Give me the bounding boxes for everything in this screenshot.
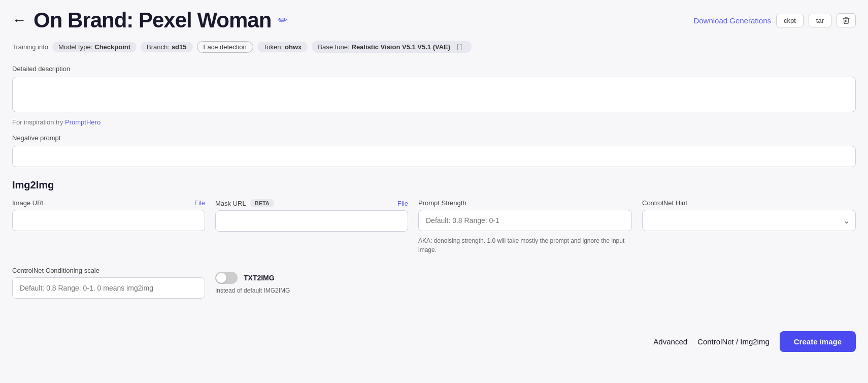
mask-url-label-left: Mask URL BETA: [215, 199, 274, 207]
detailed-description-section: Detailed description For inspiration try…: [12, 65, 856, 126]
txt2img-toggle[interactable]: [215, 272, 238, 284]
controlnet-scale-label: ControlNet Conditioning scale: [12, 267, 205, 274]
footer: Advanced ControlNet / Img2img Create ima…: [0, 319, 868, 360]
image-url-label: Image URL: [12, 199, 46, 207]
back-button[interactable]: ←: [12, 13, 26, 27]
detailed-description-label: Detailed description: [12, 65, 856, 73]
header: ← On Brand: Pexel Woman ✏ Download Gener…: [0, 0, 868, 38]
page-container: ← On Brand: Pexel Woman ✏ Download Gener…: [0, 0, 868, 383]
header-right: Download Generations ckpt tar: [693, 13, 856, 27]
ckpt-button[interactable]: ckpt: [776, 14, 804, 27]
tar-button[interactable]: tar: [809, 14, 831, 27]
branch-value: sd15: [172, 43, 187, 51]
image-url-label-row: Image URL File: [12, 199, 205, 207]
mask-url-file-link[interactable]: File: [397, 200, 408, 207]
token-value: ohwx: [285, 43, 302, 51]
main-content: Detailed description For inspiration try…: [0, 65, 868, 311]
edit-icon[interactable]: ✏: [278, 14, 287, 27]
header-left: ← On Brand: Pexel Woman ✏: [12, 8, 287, 33]
delete-button[interactable]: [837, 13, 856, 27]
prompt-hero-link[interactable]: PromptHero: [65, 118, 101, 126]
txt2img-hint: Instead of default IMG2IMG: [215, 287, 290, 294]
controlnet-img2img-link[interactable]: ControlNet / Img2img: [697, 337, 770, 346]
controlnet-scale-group: ControlNet Conditioning scale: [12, 267, 205, 299]
beta-badge: BETA: [250, 199, 274, 207]
advanced-link[interactable]: Advanced: [653, 337, 687, 346]
token-label: Token:: [263, 43, 283, 51]
controlnet-hint-wrapper: ⌄: [642, 210, 856, 231]
negative-prompt-input[interactable]: [12, 146, 856, 167]
toggle-knob: [216, 273, 226, 283]
page-title: On Brand: Pexel Woman: [34, 8, 271, 33]
mask-url-input[interactable]: [215, 210, 408, 232]
img2img-title: Img2Img: [12, 179, 856, 191]
bracket-badge: [ ]: [453, 42, 465, 51]
model-type-badge: Model type: Checkpoint: [52, 42, 137, 52]
mask-url-label: Mask URL: [215, 200, 246, 207]
training-info-bar: Training info Model type: Checkpoint Bra…: [0, 38, 868, 60]
controlnet-scale-input[interactable]: [12, 277, 205, 299]
download-generations-link[interactable]: Download Generations: [693, 16, 771, 25]
base-tune-value: Realistic Vision V5.1 V5.1 (VAE): [352, 43, 451, 51]
prompt-strength-input[interactable]: [418, 210, 632, 231]
branch-badge: Branch: sd15: [141, 42, 192, 52]
detailed-description-input[interactable]: [12, 77, 856, 112]
image-url-file-link[interactable]: File: [194, 199, 205, 207]
branch-label: Branch:: [147, 43, 170, 51]
training-info-label: Training info: [12, 43, 48, 51]
create-image-button[interactable]: Create image: [780, 331, 856, 352]
controlnet-hint-label: ControlNet Hint: [642, 199, 856, 207]
prompt-strength-label: Prompt Strength: [418, 199, 632, 207]
txt2img-group: TXT2IMG Instead of default IMG2IMG: [215, 272, 290, 294]
txt2img-toggle-row: TXT2IMG: [215, 272, 290, 284]
negative-prompt-label: Negative prompt: [12, 134, 856, 142]
txt2img-label: TXT2IMG: [244, 274, 275, 282]
controlnet-hint-select[interactable]: [642, 210, 856, 231]
prompt-strength-hint: AKA: denoising strength. 1.0 will take m…: [418, 236, 632, 254]
img2img-grid: Image URL File Mask URL BETA File Pro: [12, 199, 856, 254]
base-tune-badge: Base tune: Realistic Vision V5.1 V5.1 (V…: [312, 41, 472, 53]
bottom-row: ControlNet Conditioning scale TXT2IMG In…: [12, 267, 856, 299]
model-type-value: Checkpoint: [94, 43, 130, 51]
negative-prompt-section: Negative prompt: [12, 134, 856, 167]
mask-url-label-row: Mask URL BETA File: [215, 199, 408, 207]
prompt-strength-group: Prompt Strength AKA: denoising strength.…: [418, 199, 632, 254]
mask-url-group: Mask URL BETA File: [215, 199, 408, 232]
image-url-input[interactable]: [12, 210, 205, 231]
controlnet-hint-group: ControlNet Hint ⌄: [642, 199, 856, 231]
image-url-group: Image URL File: [12, 199, 205, 231]
token-badge: Token: ohwx: [257, 42, 308, 52]
inspiration-text: For inspiration try PromptHero: [12, 118, 856, 126]
base-tune-label: Base tune:: [318, 43, 349, 51]
face-detection-badge: Face detection: [197, 41, 253, 53]
model-type-label: Model type:: [58, 43, 92, 51]
